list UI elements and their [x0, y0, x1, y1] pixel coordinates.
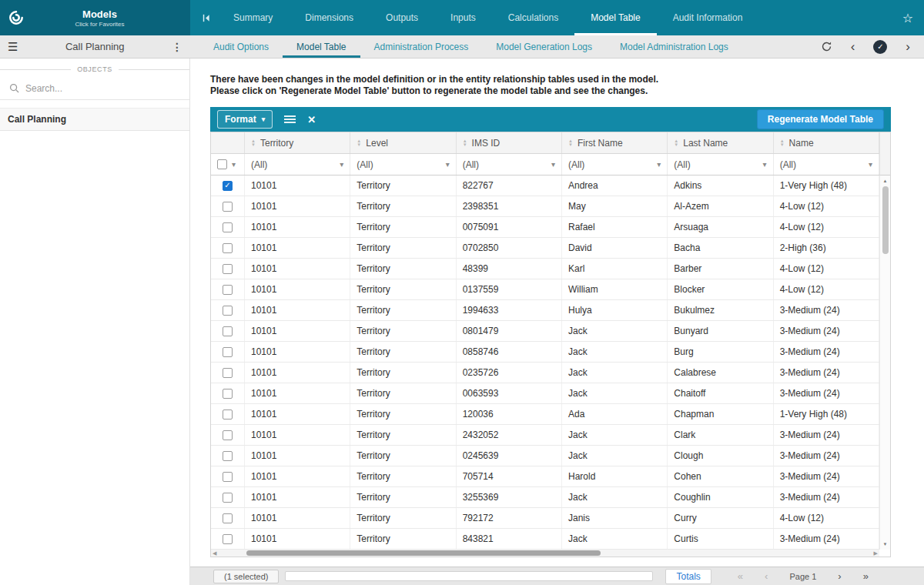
- search-input[interactable]: [25, 83, 180, 94]
- chevron-left-icon[interactable]: ‹: [851, 40, 855, 53]
- table-row[interactable]: 10101Territory2398351MayAl-Azem4-Low (12…: [211, 196, 879, 217]
- top-tab-dimensions[interactable]: Dimensions: [289, 0, 370, 35]
- column-header-first-name[interactable]: ▲▼First Name: [562, 132, 668, 153]
- column-header-last-name[interactable]: ▲▼Last Name: [668, 132, 773, 153]
- row-checkbox[interactable]: [223, 493, 233, 503]
- collapse-nav-icon[interactable]: [201, 13, 211, 23]
- row-checkbox-cell: [211, 321, 245, 341]
- table-row[interactable]: 10101Territory0858746JackBurg3-Medium (2…: [211, 342, 879, 363]
- top-nav: SummaryDimensionsOutputsInputsCalculatio…: [217, 0, 758, 35]
- hamburger-menu-icon[interactable]: ☰: [8, 40, 18, 54]
- chevron-down-icon: ▾: [232, 160, 236, 169]
- select-all-checkbox[interactable]: [217, 159, 227, 169]
- cell-last-name: Bunyard: [668, 321, 773, 341]
- table-row[interactable]: 10101Territory1994633HulyaBukulmez3-Medi…: [211, 300, 879, 321]
- next-page-button[interactable]: ›: [838, 571, 841, 581]
- sub-tab-audit-options[interactable]: Audit Options: [199, 35, 283, 58]
- format-dropdown-button[interactable]: Format ▾: [217, 110, 273, 129]
- top-tab-audit-information[interactable]: Audit Information: [657, 0, 759, 35]
- column-header-territory[interactable]: ▲▼Territory: [245, 132, 350, 153]
- row-checkbox[interactable]: [223, 472, 233, 482]
- table-row[interactable]: 10101Territory792172JanisCurry4-Low (12): [211, 508, 879, 529]
- table-row[interactable]: 10101Territory0702850DavidBacha2-High (3…: [211, 238, 879, 259]
- row-checkbox[interactable]: [223, 410, 233, 420]
- cell-territory: 10101: [245, 529, 350, 549]
- row-checkbox[interactable]: [223, 451, 233, 461]
- sub-tab-model-administration-logs[interactable]: Model Administration Logs: [606, 35, 742, 58]
- table-row[interactable]: 10101Territory843821JackCurtis3-Medium (…: [211, 529, 879, 550]
- table-row[interactable]: 10101Territory0075091RafaelArsuaga4-Low …: [211, 217, 879, 238]
- column-header-name[interactable]: ▲▼Name: [774, 132, 879, 153]
- model-change-warning: There have been changes in the model def…: [210, 74, 924, 97]
- close-icon[interactable]: ✕: [307, 114, 316, 125]
- row-checkbox[interactable]: [223, 513, 233, 523]
- scroll-down-icon[interactable]: ▼: [883, 539, 888, 550]
- filter-dropdown-first-name[interactable]: (All)▾: [562, 154, 668, 175]
- sub-tab-model-generation-logs[interactable]: Model Generation Logs: [482, 35, 606, 58]
- sidebar: OBJECTS Call Planning: [0, 58, 190, 585]
- scroll-left-icon[interactable]: ◀: [213, 550, 216, 557]
- first-page-button[interactable]: «: [738, 571, 743, 581]
- row-checkbox[interactable]: [223, 222, 233, 232]
- top-tab-model-table[interactable]: Model Table: [574, 0, 657, 35]
- row-checkbox[interactable]: [223, 534, 233, 544]
- table-row[interactable]: 10101Territory705714HaroldCohen3-Medium …: [211, 466, 879, 487]
- prev-page-button[interactable]: ‹: [765, 571, 768, 581]
- row-checkbox[interactable]: [223, 243, 233, 253]
- filter-dropdown-territory[interactable]: (All)▾: [245, 154, 350, 175]
- table-row[interactable]: 10101Territory2432052JackClark3-Medium (…: [211, 425, 879, 446]
- last-page-button[interactable]: »: [863, 571, 869, 581]
- regenerate-model-table-button[interactable]: Regenerate Model Table: [757, 109, 884, 129]
- table-row[interactable]: 10101Territory0063593JackChaitoff3-Mediu…: [211, 383, 879, 404]
- row-checkbox[interactable]: ✓: [223, 181, 233, 191]
- vertical-scrollbar-thumb[interactable]: [882, 186, 889, 254]
- sub-tab-administration-process[interactable]: Administration Process: [360, 35, 483, 58]
- table-row[interactable]: 10101Territory0235726JackCalabrese3-Medi…: [211, 363, 879, 383]
- list-icon[interactable]: [284, 115, 296, 124]
- top-tab-inputs[interactable]: Inputs: [434, 0, 492, 35]
- row-checkbox[interactable]: [223, 430, 233, 440]
- row-checkbox[interactable]: [223, 326, 233, 336]
- totals-button[interactable]: Totals: [665, 569, 711, 584]
- table-row[interactable]: 10101Territory0245639JackClough3-Medium …: [211, 446, 879, 466]
- row-checkbox[interactable]: [223, 389, 233, 399]
- filter-dropdown-level[interactable]: (All)▾: [350, 154, 456, 175]
- row-checkbox[interactable]: [223, 285, 233, 295]
- row-checkbox[interactable]: [223, 202, 233, 212]
- row-checkbox[interactable]: [223, 264, 233, 274]
- chevron-right-icon[interactable]: ›: [906, 40, 910, 53]
- filter-dropdown-ims-id[interactable]: (All)▾: [457, 154, 562, 175]
- table-row[interactable]: 10101Territory120036AdaChapman1-Very Hig…: [211, 404, 879, 425]
- column-header-level[interactable]: ▲▼Level: [350, 132, 456, 153]
- sidebar-item-call-planning[interactable]: Call Planning: [0, 108, 189, 131]
- scroll-up-icon[interactable]: ▲: [883, 176, 888, 186]
- check-circle-icon[interactable]: ✓: [873, 40, 887, 54]
- horizontal-scrollbar[interactable]: ◀ ▶: [211, 550, 879, 557]
- footer-hscrollbar-track[interactable]: [285, 571, 653, 581]
- table-row[interactable]: 10101Territory48399KarlBarber4-Low (12): [211, 259, 879, 279]
- filter-dropdown-last-name[interactable]: (All)▾: [668, 154, 773, 175]
- cell-last-name: Coughlin: [668, 487, 773, 507]
- favorites-star-icon[interactable]: ☆: [902, 11, 913, 25]
- top-tab-summary[interactable]: Summary: [217, 0, 289, 35]
- table-row[interactable]: ✓10101Territory822767AndreaAdkins1-Very …: [211, 176, 879, 196]
- filter-select-all[interactable]: ▾: [211, 154, 245, 175]
- kebab-menu-icon[interactable]: ⋮: [172, 41, 182, 53]
- vertical-scrollbar[interactable]: ▲ ▼: [879, 176, 890, 550]
- top-tab-outputs[interactable]: Outputs: [370, 0, 434, 35]
- sub-tab-model-table[interactable]: Model Table: [283, 35, 360, 58]
- top-tab-calculations[interactable]: Calculations: [492, 0, 574, 35]
- scroll-right-icon[interactable]: ▶: [874, 550, 878, 557]
- horizontal-scrollbar-thumb[interactable]: [246, 550, 601, 556]
- table-row[interactable]: 10101Territory0801479JackBunyard3-Medium…: [211, 321, 879, 342]
- cell-last-name: Clark: [668, 425, 773, 445]
- column-header-ims-id[interactable]: ▲▼IMS ID: [457, 132, 562, 153]
- table-row[interactable]: 10101Territory0137559WilliamBlocker4-Low…: [211, 279, 879, 300]
- refresh-icon[interactable]: [821, 41, 832, 52]
- row-checkbox[interactable]: [223, 347, 233, 357]
- app-logo-block[interactable]: Models Click for Favorites: [0, 0, 190, 35]
- filter-dropdown-name[interactable]: (All)▾: [774, 154, 879, 175]
- row-checkbox[interactable]: [223, 306, 233, 316]
- table-row[interactable]: 10101Territory3255369JackCoughlin3-Mediu…: [211, 487, 879, 508]
- row-checkbox[interactable]: [223, 368, 233, 378]
